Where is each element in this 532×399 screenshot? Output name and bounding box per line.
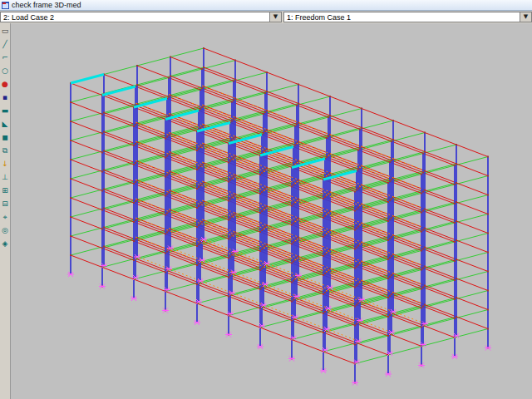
- node-marker[interactable]: [198, 148, 200, 150]
- node-marker[interactable]: [391, 179, 392, 180]
- node-marker[interactable]: [168, 96, 170, 98]
- select-pointer-icon[interactable]: ▭: [1, 26, 10, 36]
- node-marker[interactable]: [228, 296, 229, 298]
- node-marker[interactable]: [454, 241, 456, 243]
- node-marker[interactable]: [200, 185, 201, 186]
- node-marker[interactable]: [296, 105, 298, 106]
- node-marker[interactable]: [291, 263, 293, 264]
- node-marker[interactable]: [170, 57, 171, 58]
- node-marker[interactable]: [456, 163, 457, 165]
- node-marker[interactable]: [389, 200, 391, 201]
- node-marker[interactable]: [422, 306, 424, 308]
- node-marker[interactable]: [324, 292, 326, 293]
- node-marker[interactable]: [387, 220, 389, 222]
- node-marker[interactable]: [298, 84, 299, 86]
- node-marker[interactable]: [101, 114, 103, 116]
- node-marker[interactable]: [231, 159, 233, 160]
- node-marker[interactable]: [196, 283, 198, 285]
- node-marker[interactable]: [454, 279, 456, 281]
- node-marker[interactable]: [387, 278, 389, 279]
- circle-tool-icon[interactable]: ○: [1, 66, 10, 76]
- node-marker[interactable]: [356, 304, 357, 306]
- node-marker[interactable]: [103, 112, 105, 114]
- node-marker[interactable]: [391, 293, 392, 295]
- node-marker[interactable]: [103, 227, 105, 229]
- node-marker[interactable]: [487, 271, 489, 273]
- node-marker[interactable]: [387, 335, 389, 337]
- node-marker[interactable]: [323, 236, 324, 238]
- node-marker[interactable]: [456, 220, 457, 222]
- node-marker[interactable]: [456, 316, 457, 318]
- node-marker[interactable]: [298, 141, 299, 143]
- node-marker[interactable]: [421, 212, 422, 214]
- node-marker[interactable]: [324, 196, 326, 198]
- node-marker[interactable]: [354, 268, 356, 269]
- node-marker[interactable]: [264, 245, 266, 247]
- node-marker[interactable]: [387, 182, 389, 184]
- node-marker[interactable]: [228, 219, 229, 221]
- node-marker[interactable]: [70, 178, 71, 180]
- node-marker[interactable]: [266, 224, 268, 226]
- node-marker[interactable]: [231, 197, 233, 199]
- node-marker[interactable]: [259, 288, 261, 290]
- node-marker[interactable]: [391, 274, 392, 276]
- node-marker[interactable]: [101, 229, 103, 230]
- selected-beam[interactable]: [134, 99, 167, 108]
- node-marker[interactable]: [203, 47, 204, 49]
- node-marker[interactable]: [296, 124, 298, 126]
- node-marker[interactable]: [259, 308, 261, 309]
- load-tool-icon[interactable]: ↓: [1, 159, 10, 169]
- node-marker[interactable]: [422, 287, 424, 288]
- node-marker[interactable]: [135, 162, 136, 164]
- node-marker[interactable]: [454, 222, 456, 224]
- node-marker[interactable]: [261, 249, 263, 250]
- node-marker[interactable]: [136, 65, 138, 66]
- polyline-tool-icon[interactable]: ⌐: [1, 52, 10, 62]
- info-tool-icon[interactable]: ◈: [1, 239, 10, 249]
- node-marker[interactable]: [233, 138, 234, 140]
- node-marker[interactable]: [421, 327, 422, 328]
- node-marker[interactable]: [264, 150, 266, 151]
- node-marker[interactable]: [359, 148, 361, 150]
- node-marker[interactable]: [329, 96, 331, 97]
- node-marker[interactable]: [329, 115, 331, 116]
- node-marker[interactable]: [70, 121, 71, 122]
- node-marker[interactable]: [424, 209, 426, 210]
- node-marker[interactable]: [231, 178, 233, 180]
- node-marker[interactable]: [70, 235, 71, 237]
- node-marker[interactable]: [324, 273, 326, 274]
- node-marker[interactable]: [422, 268, 424, 269]
- node-marker[interactable]: [133, 202, 135, 204]
- node-marker[interactable]: [389, 238, 391, 239]
- node-marker[interactable]: [261, 229, 263, 231]
- node-marker[interactable]: [357, 226, 359, 228]
- node-marker[interactable]: [261, 210, 263, 212]
- node-marker[interactable]: [357, 169, 359, 170]
- node-marker[interactable]: [266, 167, 268, 169]
- node-marker[interactable]: [456, 239, 457, 241]
- node-marker[interactable]: [259, 250, 261, 252]
- node-marker[interactable]: [259, 174, 261, 175]
- node-marker[interactable]: [456, 297, 457, 298]
- node-marker[interactable]: [196, 226, 198, 228]
- node-marker[interactable]: [354, 325, 356, 327]
- node-marker[interactable]: [361, 108, 362, 110]
- node-marker[interactable]: [261, 172, 263, 174]
- node-marker[interactable]: [298, 237, 299, 239]
- node-marker[interactable]: [166, 155, 168, 157]
- node-marker[interactable]: [133, 126, 135, 127]
- node-marker[interactable]: [487, 328, 489, 330]
- node-marker[interactable]: [422, 249, 424, 250]
- node-marker[interactable]: [133, 221, 135, 223]
- node-marker[interactable]: [422, 153, 424, 155]
- node-marker[interactable]: [291, 186, 293, 188]
- node-marker[interactable]: [259, 193, 261, 195]
- node-marker[interactable]: [228, 277, 229, 278]
- node-marker[interactable]: [170, 76, 171, 77]
- zoom-tool-icon[interactable]: ◎: [1, 225, 10, 235]
- node-marker[interactable]: [356, 209, 357, 210]
- node-marker[interactable]: [165, 157, 166, 159]
- node-marker[interactable]: [266, 129, 268, 131]
- node-marker[interactable]: [387, 259, 389, 260]
- node-marker[interactable]: [298, 160, 299, 162]
